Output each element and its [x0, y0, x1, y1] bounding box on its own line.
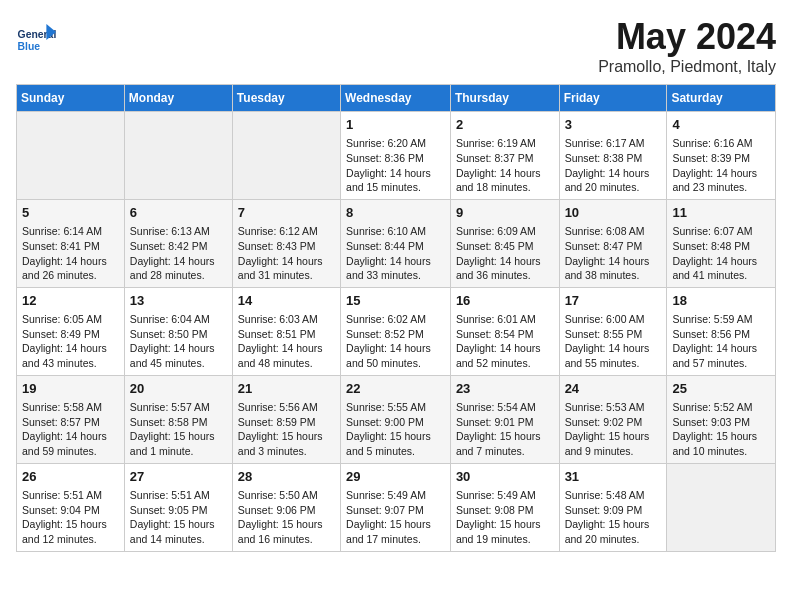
day-number: 18 [672, 292, 770, 310]
day-number: 19 [22, 380, 119, 398]
table-row: 23Sunrise: 5:54 AMSunset: 9:01 PMDayligh… [450, 375, 559, 463]
day-number: 14 [238, 292, 335, 310]
table-row: 1Sunrise: 6:20 AMSunset: 8:36 PMDaylight… [341, 112, 451, 200]
table-row: 2Sunrise: 6:19 AMSunset: 8:37 PMDaylight… [450, 112, 559, 200]
logo-icon: General Blue [16, 16, 56, 56]
table-row: 13Sunrise: 6:04 AMSunset: 8:50 PMDayligh… [124, 287, 232, 375]
day-number: 1 [346, 116, 445, 134]
day-info: Sunrise: 5:53 AMSunset: 9:02 PMDaylight:… [565, 400, 662, 459]
day-info: Sunrise: 6:09 AMSunset: 8:45 PMDaylight:… [456, 224, 554, 283]
day-info: Sunrise: 5:51 AMSunset: 9:05 PMDaylight:… [130, 488, 227, 547]
col-tuesday: Tuesday [232, 85, 340, 112]
day-info: Sunrise: 5:54 AMSunset: 9:01 PMDaylight:… [456, 400, 554, 459]
day-number: 26 [22, 468, 119, 486]
day-info: Sunrise: 6:16 AMSunset: 8:39 PMDaylight:… [672, 136, 770, 195]
day-info: Sunrise: 6:20 AMSunset: 8:36 PMDaylight:… [346, 136, 445, 195]
calendar-week-row: 12Sunrise: 6:05 AMSunset: 8:49 PMDayligh… [17, 287, 776, 375]
day-number: 6 [130, 204, 227, 222]
day-number: 31 [565, 468, 662, 486]
day-number: 17 [565, 292, 662, 310]
day-number: 20 [130, 380, 227, 398]
col-wednesday: Wednesday [341, 85, 451, 112]
title-area: May 2024 Pramollo, Piedmont, Italy [598, 16, 776, 76]
col-friday: Friday [559, 85, 667, 112]
day-number: 8 [346, 204, 445, 222]
day-number: 24 [565, 380, 662, 398]
day-number: 2 [456, 116, 554, 134]
page-title: May 2024 [598, 16, 776, 58]
day-number: 27 [130, 468, 227, 486]
table-row: 19Sunrise: 5:58 AMSunset: 8:57 PMDayligh… [17, 375, 125, 463]
day-number: 16 [456, 292, 554, 310]
table-row: 16Sunrise: 6:01 AMSunset: 8:54 PMDayligh… [450, 287, 559, 375]
table-row: 17Sunrise: 6:00 AMSunset: 8:55 PMDayligh… [559, 287, 667, 375]
day-info: Sunrise: 5:52 AMSunset: 9:03 PMDaylight:… [672, 400, 770, 459]
day-info: Sunrise: 5:48 AMSunset: 9:09 PMDaylight:… [565, 488, 662, 547]
table-row: 28Sunrise: 5:50 AMSunset: 9:06 PMDayligh… [232, 463, 340, 551]
calendar-week-row: 1Sunrise: 6:20 AMSunset: 8:36 PMDaylight… [17, 112, 776, 200]
day-number: 22 [346, 380, 445, 398]
table-row: 30Sunrise: 5:49 AMSunset: 9:08 PMDayligh… [450, 463, 559, 551]
calendar-week-row: 5Sunrise: 6:14 AMSunset: 8:41 PMDaylight… [17, 199, 776, 287]
day-info: Sunrise: 6:07 AMSunset: 8:48 PMDaylight:… [672, 224, 770, 283]
table-row: 8Sunrise: 6:10 AMSunset: 8:44 PMDaylight… [341, 199, 451, 287]
day-number: 7 [238, 204, 335, 222]
col-thursday: Thursday [450, 85, 559, 112]
day-info: Sunrise: 5:51 AMSunset: 9:04 PMDaylight:… [22, 488, 119, 547]
table-row: 4Sunrise: 6:16 AMSunset: 8:39 PMDaylight… [667, 112, 776, 200]
day-info: Sunrise: 6:05 AMSunset: 8:49 PMDaylight:… [22, 312, 119, 371]
day-info: Sunrise: 5:59 AMSunset: 8:56 PMDaylight:… [672, 312, 770, 371]
day-info: Sunrise: 6:02 AMSunset: 8:52 PMDaylight:… [346, 312, 445, 371]
header: General Blue May 2024 Pramollo, Piedmont… [16, 16, 776, 76]
calendar-week-row: 19Sunrise: 5:58 AMSunset: 8:57 PMDayligh… [17, 375, 776, 463]
day-info: Sunrise: 5:49 AMSunset: 9:07 PMDaylight:… [346, 488, 445, 547]
day-number: 3 [565, 116, 662, 134]
col-sunday: Sunday [17, 85, 125, 112]
table-row: 18Sunrise: 5:59 AMSunset: 8:56 PMDayligh… [667, 287, 776, 375]
day-number: 25 [672, 380, 770, 398]
day-info: Sunrise: 5:57 AMSunset: 8:58 PMDaylight:… [130, 400, 227, 459]
day-number: 10 [565, 204, 662, 222]
day-info: Sunrise: 5:56 AMSunset: 8:59 PMDaylight:… [238, 400, 335, 459]
day-number: 9 [456, 204, 554, 222]
table-row: 15Sunrise: 6:02 AMSunset: 8:52 PMDayligh… [341, 287, 451, 375]
day-info: Sunrise: 6:01 AMSunset: 8:54 PMDaylight:… [456, 312, 554, 371]
day-info: Sunrise: 5:50 AMSunset: 9:06 PMDaylight:… [238, 488, 335, 547]
calendar-header-row: Sunday Monday Tuesday Wednesday Thursday… [17, 85, 776, 112]
table-row: 3Sunrise: 6:17 AMSunset: 8:38 PMDaylight… [559, 112, 667, 200]
table-row: 11Sunrise: 6:07 AMSunset: 8:48 PMDayligh… [667, 199, 776, 287]
table-row: 24Sunrise: 5:53 AMSunset: 9:02 PMDayligh… [559, 375, 667, 463]
day-info: Sunrise: 6:00 AMSunset: 8:55 PMDaylight:… [565, 312, 662, 371]
day-info: Sunrise: 6:03 AMSunset: 8:51 PMDaylight:… [238, 312, 335, 371]
table-row: 12Sunrise: 6:05 AMSunset: 8:49 PMDayligh… [17, 287, 125, 375]
day-number: 5 [22, 204, 119, 222]
day-info: Sunrise: 6:10 AMSunset: 8:44 PMDaylight:… [346, 224, 445, 283]
table-row [667, 463, 776, 551]
table-row: 9Sunrise: 6:09 AMSunset: 8:45 PMDaylight… [450, 199, 559, 287]
svg-text:Blue: Blue [18, 41, 41, 52]
day-number: 13 [130, 292, 227, 310]
table-row: 21Sunrise: 5:56 AMSunset: 8:59 PMDayligh… [232, 375, 340, 463]
table-row: 7Sunrise: 6:12 AMSunset: 8:43 PMDaylight… [232, 199, 340, 287]
day-number: 4 [672, 116, 770, 134]
logo: General Blue [16, 16, 60, 56]
table-row: 29Sunrise: 5:49 AMSunset: 9:07 PMDayligh… [341, 463, 451, 551]
table-row: 27Sunrise: 5:51 AMSunset: 9:05 PMDayligh… [124, 463, 232, 551]
day-info: Sunrise: 5:58 AMSunset: 8:57 PMDaylight:… [22, 400, 119, 459]
table-row: 5Sunrise: 6:14 AMSunset: 8:41 PMDaylight… [17, 199, 125, 287]
table-row: 14Sunrise: 6:03 AMSunset: 8:51 PMDayligh… [232, 287, 340, 375]
day-info: Sunrise: 5:49 AMSunset: 9:08 PMDaylight:… [456, 488, 554, 547]
day-number: 12 [22, 292, 119, 310]
table-row: 25Sunrise: 5:52 AMSunset: 9:03 PMDayligh… [667, 375, 776, 463]
table-row: 31Sunrise: 5:48 AMSunset: 9:09 PMDayligh… [559, 463, 667, 551]
day-info: Sunrise: 6:04 AMSunset: 8:50 PMDaylight:… [130, 312, 227, 371]
day-number: 29 [346, 468, 445, 486]
day-number: 15 [346, 292, 445, 310]
table-row: 20Sunrise: 5:57 AMSunset: 8:58 PMDayligh… [124, 375, 232, 463]
calendar-week-row: 26Sunrise: 5:51 AMSunset: 9:04 PMDayligh… [17, 463, 776, 551]
day-number: 23 [456, 380, 554, 398]
page-subtitle: Pramollo, Piedmont, Italy [598, 58, 776, 76]
day-info: Sunrise: 6:14 AMSunset: 8:41 PMDaylight:… [22, 224, 119, 283]
table-row: 10Sunrise: 6:08 AMSunset: 8:47 PMDayligh… [559, 199, 667, 287]
day-info: Sunrise: 6:17 AMSunset: 8:38 PMDaylight:… [565, 136, 662, 195]
